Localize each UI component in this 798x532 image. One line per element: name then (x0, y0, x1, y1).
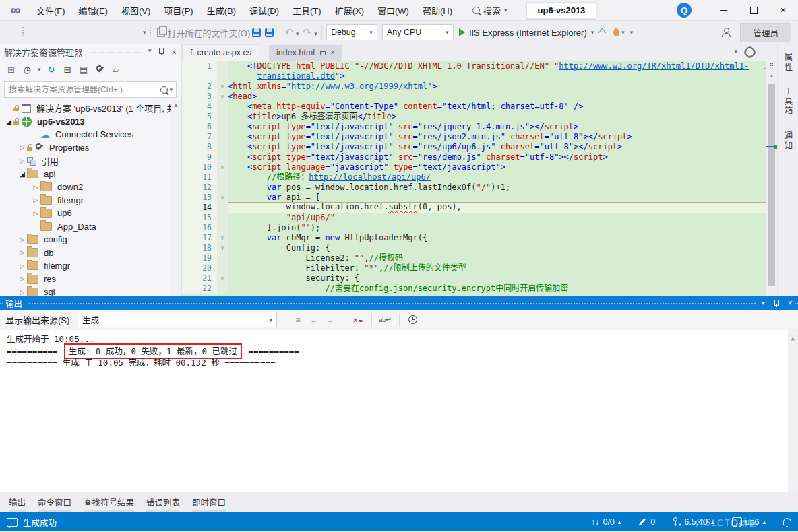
clear-all-icon[interactable]: ×≡ (351, 313, 365, 326)
code-line-15[interactable]: 15 "api/up6/" (182, 213, 766, 223)
pin-icon[interactable] (319, 50, 326, 56)
solution-platform-dropdown[interactable]: Any CPU▾ (382, 24, 454, 40)
code-line-17[interactable]: 17∨ var cbMgr = new HttpUploaderMgr({ (182, 233, 766, 243)
code-line-10[interactable]: 10∨ <script language="javascript" type="… (182, 162, 766, 172)
output-source-dropdown[interactable]: 生成 ▾ (78, 312, 277, 327)
save-button[interactable] (252, 28, 261, 37)
fold-marker-icon[interactable]: ∨ (217, 233, 228, 243)
show-all-files-icon[interactable]: ▤ (78, 64, 90, 75)
toolbar-overflow-icon[interactable]: ▾ (143, 29, 146, 36)
pending-changes-filter-icon[interactable]: ◷ (22, 64, 33, 75)
bottom-tab-0[interactable]: 输出 (4, 494, 30, 514)
menu-item-5[interactable]: 调试(D) (243, 1, 286, 20)
code-line-16[interactable]: 16 ].join(""); (182, 223, 766, 233)
output-scrollbar[interactable]: ▲ (788, 330, 798, 492)
output-log[interactable]: ▲ 生成开始于 10:05...========== 生成: 0 成功，0 失败… (0, 329, 798, 492)
collapsed-arrow-icon[interactable]: ▷ (31, 210, 40, 217)
tree-item-up6-vs2013[interactable]: ◢up6-vs2013 (0, 115, 181, 129)
tree-item-properties[interactable]: ▷Properties (0, 141, 181, 155)
menu-item-7[interactable]: 扩展(X) (328, 1, 371, 20)
search-input[interactable] (5, 85, 160, 94)
start-debugging-button[interactable]: IIS Express (Internet Explorer) ▾ (459, 28, 594, 38)
tree-item-引用[interactable]: ▷引用 (0, 154, 181, 168)
close-button[interactable]: × (768, 1, 798, 20)
branch-button[interactable]: 6.5.40 ▴ (673, 517, 714, 527)
menu-item-6[interactable]: 工具(T) (286, 1, 328, 20)
bottom-tab-1[interactable]: 命令窗口 (33, 494, 76, 514)
code-line-19[interactable]: 19 License2: "",//授权码 (182, 253, 766, 263)
collapsed-arrow-icon[interactable]: ▷ (31, 184, 40, 191)
code-line-3[interactable]: 3∨<head> (182, 92, 766, 102)
code-line-22[interactable]: 22 //需要在config.json/security.encrypt中同时开… (182, 284, 766, 294)
minimize-button[interactable]: ─ (709, 1, 739, 20)
save-all-button[interactable] (265, 28, 274, 37)
collapsed-arrow-icon[interactable]: ▷ (18, 249, 27, 256)
code-line-13[interactable]: 13∨ var api = [ (182, 193, 766, 203)
pin-icon[interactable] (773, 299, 780, 307)
tab-index-html[interactable]: index.html × (269, 45, 342, 61)
account-avatar[interactable]: Q (677, 3, 692, 18)
repository-button[interactable]: up6 ▴ (732, 517, 766, 527)
collapsed-arrow-icon[interactable]: ▷ (18, 289, 27, 296)
code-line-20[interactable]: 20 FileFilter: "*",//限制上传的文件类型 (182, 263, 766, 273)
code-line-18[interactable]: 18∨ Config: { (182, 243, 766, 253)
tree-item-res[interactable]: ▷res (0, 273, 181, 286)
menu-item-3[interactable]: 项目(P) (157, 1, 200, 20)
scrollbar-thumb[interactable] (768, 84, 775, 286)
toolbar-grip[interactable] (149, 26, 152, 38)
bottom-tab-2[interactable]: 查找符号结果 (79, 494, 139, 514)
code-line-21[interactable]: 21∨ security: { (182, 273, 766, 284)
collapsed-arrow-icon[interactable]: ▷ (18, 263, 27, 269)
search-menu[interactable]: 搜索 ▾ (468, 2, 512, 19)
code-line-7[interactable]: 7 <script type="text/javascript" src="re… (182, 132, 766, 142)
solution-configuration-dropdown[interactable]: Debug▾ (326, 24, 377, 40)
window-position-icon[interactable]: ▾ (762, 300, 765, 306)
menu-item-9[interactable]: 帮助(H) (416, 1, 459, 20)
collapse-all-icon[interactable]: ⊟ (62, 64, 73, 75)
menu-item-0[interactable]: 文件(F) (30, 1, 72, 20)
code-line-8[interactable]: 8 <script type="text/javascript" src="re… (182, 142, 766, 152)
tree-scrollbar[interactable]: ▲ (171, 100, 181, 296)
pin-icon[interactable] (158, 47, 164, 55)
collapsed-arrow-icon[interactable]: ▷ (18, 158, 27, 164)
code-line-12[interactable]: 12 var pos = window.location.href.lastIn… (182, 182, 766, 193)
editor-scrollbar[interactable]: ⣿ ▲ (766, 61, 777, 296)
window-position-icon[interactable]: ▾ (148, 47, 152, 57)
tree-item-filemgr[interactable]: ▷filemgr (0, 259, 181, 273)
code-line-6[interactable]: 6 <script type="text/javascript" src="re… (182, 122, 766, 132)
word-wrap-icon[interactable]: ab↵ (379, 313, 392, 326)
autohide-tab-1[interactable]: 工具箱 (782, 87, 795, 117)
tree-item-api[interactable]: ◢api (0, 168, 181, 181)
redo-button[interactable]: ↷ ▾ (303, 26, 317, 38)
code-line-wrap[interactable]: transitional.dtd"> (182, 71, 766, 81)
fold-marker-icon[interactable]: ∨ (217, 92, 228, 102)
autohide-tab-0[interactable]: 属性 (782, 53, 795, 72)
menu-item-2[interactable]: 视图(V) (115, 1, 157, 20)
bottom-tab-3[interactable]: 错误列表 (142, 494, 185, 514)
prev-message-icon[interactable]: ← (307, 313, 321, 326)
menu-item-1[interactable]: 编辑(E) (72, 1, 115, 20)
tab-f-create-aspx-cs[interactable]: f_create.aspx.cs (182, 44, 259, 61)
notifications-button[interactable] (783, 519, 791, 525)
code-line-11[interactable]: 11 //根路径：http://localhost/api/up6/ (182, 172, 766, 182)
gear-icon[interactable] (745, 48, 754, 57)
collapsed-arrow-icon[interactable]: ▷ (18, 144, 27, 151)
clock-icon[interactable] (406, 313, 420, 326)
collapsed-arrow-icon[interactable]: ▷ (18, 275, 27, 282)
fold-marker-icon[interactable]: ∨ (217, 243, 228, 253)
tree-item-app_data[interactable]: App_Data (0, 220, 181, 234)
code-line-1[interactable]: 1 <!DOCTYPE html PUBLIC "-//W3C//DTD XHT… (182, 61, 766, 71)
splitter-handle[interactable]: ⣿ (766, 61, 777, 71)
send-feedback-icon[interactable] (721, 28, 731, 37)
goto-message-icon[interactable]: ≡ (291, 313, 305, 326)
tree-item-sql[interactable]: ▷sql (0, 286, 181, 296)
code-line-4[interactable]: 4 <meta http-equiv="Content-Type" conten… (182, 102, 766, 112)
collapsed-arrow-icon[interactable]: ▷ (31, 197, 40, 203)
menu-item-8[interactable]: 窗口(W) (371, 1, 416, 20)
code-line-2[interactable]: 2∨<html xmlns="http://www.w3.org/1999/xh… (182, 81, 766, 92)
maximize-button[interactable] (739, 1, 768, 20)
fold-marker-icon[interactable]: ∨ (217, 81, 228, 92)
switch-views-icon[interactable]: ⊞ (5, 64, 17, 75)
toolbar-overflow-icon[interactable]: ▾ (630, 29, 634, 36)
open-containing-folder-button[interactable]: 打开所在的文件夹(O) (157, 26, 251, 39)
